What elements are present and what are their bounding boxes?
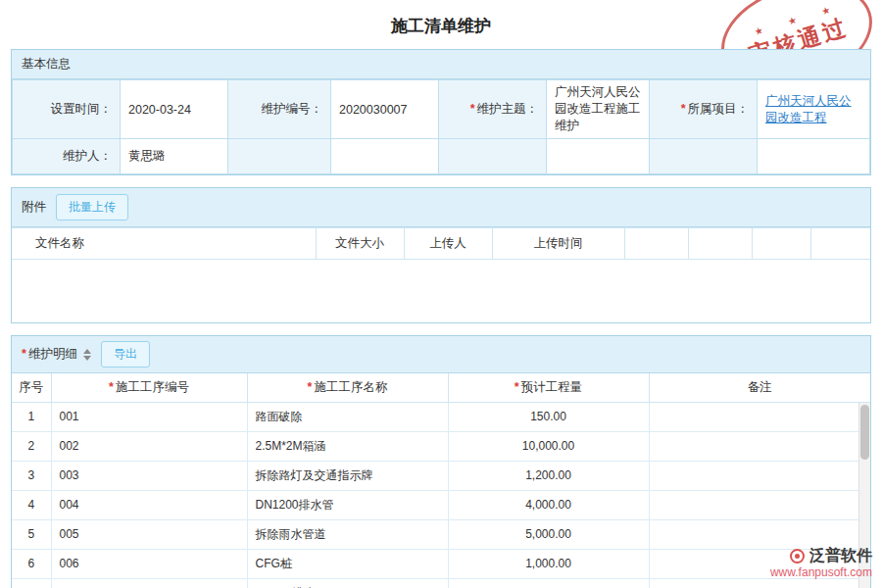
cell-code: 002 [51, 431, 247, 461]
project-label-text: 所属项目： [688, 102, 750, 116]
subject-label-text: 维护主题： [477, 102, 539, 116]
table-row[interactable]: 3003拆除路灯及交通指示牌1,200.00 [12, 461, 870, 490]
required-mark: * [681, 102, 686, 116]
empty-value-cell [758, 139, 870, 174]
maintain-no-value: 2020030007 [331, 80, 439, 139]
cell-remark [649, 519, 870, 549]
column-header-qty: *预计工程量 [448, 373, 649, 402]
cell-code: 004 [51, 490, 247, 519]
cell-qty: 5,000.00 [448, 519, 649, 549]
attachment-column-header-empty [752, 228, 810, 260]
cell-remark [649, 402, 870, 431]
cell-no: 6 [12, 549, 51, 578]
column-header-name: *施工工序名称 [247, 373, 448, 402]
table-row[interactable]: 20022.5M*2M箱涵10,000.00 [12, 431, 870, 461]
sort-icon[interactable] [83, 349, 91, 361]
brand-url: www.fanpusoft.com [770, 565, 872, 580]
cell-code: 003 [51, 461, 247, 490]
cell-name: DN1200排水管 [247, 490, 448, 519]
subject-value: 广州天河人民公园改造工程施工维护 [547, 80, 650, 139]
attachment-column-header-empty [624, 228, 688, 260]
required-mark: * [470, 102, 475, 116]
details-title: *维护明细 [22, 346, 77, 363]
table-row[interactable]: 4004DN1200排水管4,000.00 [12, 490, 870, 519]
empty-value-cell [547, 139, 650, 174]
maintain-no-label: 维护编号： [228, 80, 331, 139]
cell-remark [649, 490, 870, 519]
cell-name: 拆除雨水管道 [247, 519, 448, 549]
project-label: *所属项目： [650, 80, 758, 139]
cell-name: 拆除路灯及交通指示牌 [247, 461, 448, 490]
project-link[interactable]: 广州天河人民公园改造工程 [765, 94, 852, 124]
basic-info-section-header: 基本信息 [12, 50, 870, 79]
empty-label-cell [650, 139, 758, 174]
cell-qty: 1,200.00 [448, 461, 649, 490]
cell-no: 4 [12, 490, 51, 519]
attachment-section-header: 附件 批量上传 [12, 188, 870, 227]
export-button[interactable]: 导出 [101, 341, 150, 368]
cell-remark [649, 461, 870, 490]
cell-no: 7 [12, 578, 51, 588]
required-mark: * [109, 380, 114, 394]
cell-qty: 88.70 [448, 578, 649, 588]
column-header-remark: 备注 [649, 373, 870, 402]
attachment-empty-body [12, 260, 870, 322]
table-row[interactable]: 6006CFG桩1,000.00 [12, 549, 870, 578]
empty-label-cell [228, 139, 331, 174]
table-row[interactable]: 7007DN300排水管88.70 [12, 578, 870, 588]
attachment-title: 附件 [22, 199, 46, 216]
attachment-table: 文件名称 文件大小 上传人 上传时间 [12, 227, 870, 260]
details-section-header: *维护明细 导出 [12, 336, 870, 373]
cell-qty: 150.00 [448, 402, 649, 431]
cell-name: 2.5M*2M箱涵 [247, 431, 448, 461]
cell-name: 路面破除 [247, 402, 448, 431]
basic-info-section: 基本信息 设置时间： 2020-03-24 维护编号： 2020030007 *… [11, 49, 871, 175]
cell-qty: 4,000.00 [448, 490, 649, 519]
basic-info-title: 基本信息 [22, 56, 71, 73]
cell-code: 001 [51, 402, 247, 431]
attachment-column-header: 文件大小 [316, 228, 404, 260]
required-mark: * [514, 380, 519, 394]
column-header-code: *施工工序编号 [51, 373, 247, 402]
column-header-label: 施工工序编号 [116, 380, 189, 394]
empty-value-cell [331, 139, 439, 174]
cell-code: 007 [51, 578, 247, 588]
details-table-body: 1001路面破除150.0020022.5M*2M箱涵10,000.003003… [12, 402, 870, 588]
scrollbar-thumb[interactable] [860, 405, 869, 460]
attachment-column-header-empty [810, 228, 870, 260]
cell-no: 5 [12, 519, 51, 549]
brand-name: 泛普软件 [809, 546, 872, 565]
table-row[interactable]: 1001路面破除150.00 [12, 402, 870, 431]
column-header-no: 序号 [12, 373, 51, 402]
cell-qty: 1,000.00 [448, 549, 649, 578]
cell-code: 006 [51, 549, 247, 578]
required-mark: * [22, 347, 26, 361]
attachment-column-header: 上传人 [404, 228, 492, 260]
batch-upload-button[interactable]: 批量上传 [56, 194, 128, 220]
set-time-label: 设置时间： [13, 80, 121, 139]
fanpu-logo-icon [790, 549, 805, 564]
cell-name: DN300排水管 [247, 578, 448, 588]
empty-label-cell [439, 139, 547, 174]
column-header-label: 施工工序名称 [314, 380, 387, 394]
table-row[interactable]: 5005拆除雨水管道5,000.00 [12, 519, 870, 549]
cell-no: 3 [12, 461, 51, 490]
attachment-column-header-empty [688, 228, 752, 260]
cell-name: CFG桩 [247, 549, 448, 578]
cell-qty: 10,000.00 [448, 431, 649, 461]
maintainer-label: 维护人： [13, 139, 121, 174]
attachment-column-header: 上传时间 [492, 228, 624, 260]
required-mark: * [308, 380, 313, 394]
column-header-label: 预计工程量 [521, 380, 583, 394]
cell-no: 2 [12, 431, 51, 461]
cell-no: 1 [12, 402, 51, 431]
page-title: 施工清单维护 [0, 0, 882, 49]
attachment-column-header: 文件名称 [12, 228, 316, 260]
maintainer-value: 黄思璐 [121, 139, 228, 174]
basic-info-table: 设置时间： 2020-03-24 维护编号： 2020030007 *维护主题：… [12, 79, 870, 174]
cell-code: 005 [51, 519, 247, 549]
details-section: *维护明细 导出 序号 *施工工序编号 *施工工序名称 *预计工程量 备注 [11, 335, 871, 588]
brand-watermark: 泛普软件 www.fanpusoft.com [770, 546, 872, 580]
details-title-text: 维护明细 [28, 347, 77, 361]
set-time-value: 2020-03-24 [121, 80, 228, 139]
